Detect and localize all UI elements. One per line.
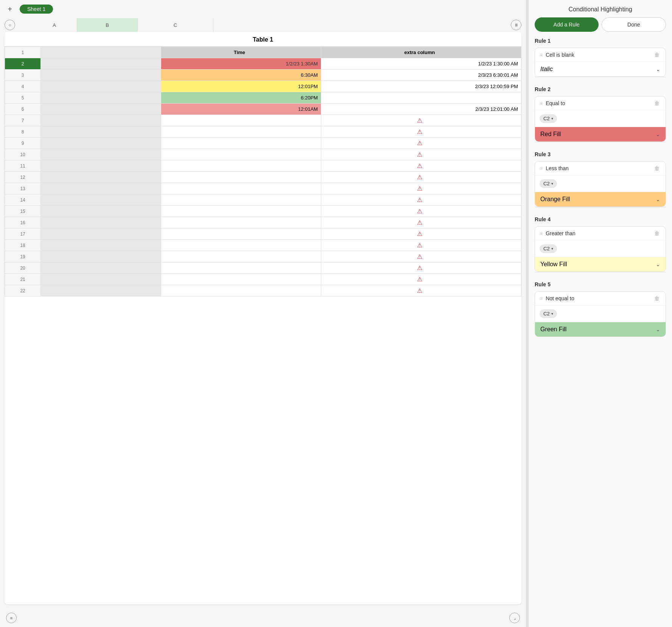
cell-a[interactable] [41, 81, 161, 92]
cell-a[interactable] [41, 160, 161, 172]
table-row[interactable]: 22⚠ [5, 285, 521, 296]
table-row[interactable]: 15⚠ [5, 206, 521, 217]
rule-delete-button-1[interactable]: 🗑 [653, 52, 661, 58]
table-row[interactable]: 36:30AM2/3/23 6:30:01 AM [5, 70, 521, 81]
table-row[interactable]: 12⚠ [5, 172, 521, 183]
done-button[interactable]: Done [602, 17, 666, 32]
cell-a[interactable] [41, 251, 161, 262]
drag-handle-icon[interactable]: ≡ [540, 52, 543, 58]
cell-c[interactable]: ⚠ [321, 115, 521, 126]
cell-b[interactable] [161, 183, 321, 194]
cell-c[interactable]: 2/3/23 6:30:01 AM [321, 70, 521, 81]
cell-b[interactable]: 12:01AM [161, 104, 321, 115]
rule-condition-input-3[interactable] [546, 165, 650, 171]
cell-a[interactable] [41, 240, 161, 251]
table-row[interactable]: 9⚠ [5, 138, 521, 149]
cell-a[interactable] [41, 104, 161, 115]
table-row[interactable]: 13⚠ [5, 183, 521, 194]
cell-a[interactable] [41, 92, 161, 104]
cell-b[interactable] [161, 240, 321, 251]
table-row[interactable]: 16⚠ [5, 217, 521, 228]
cell-c[interactable]: ⚠ [321, 228, 521, 240]
cell-b[interactable] [161, 172, 321, 183]
rule-delete-button-2[interactable]: 🗑 [653, 100, 661, 106]
cell-a[interactable] [41, 228, 161, 240]
drag-handle-icon[interactable]: ≡ [540, 295, 543, 301]
cell-c[interactable]: ⚠ [321, 285, 521, 296]
cell-a[interactable] [41, 70, 161, 81]
cell-ref-button-3[interactable]: C2▾ [540, 179, 557, 188]
bottom-right-button[interactable]: ⌟ [509, 613, 520, 623]
cell-b[interactable]: 6:30AM [161, 70, 321, 81]
rule-condition-input-1[interactable] [546, 52, 650, 58]
rule-delete-button-3[interactable]: 🗑 [653, 165, 661, 171]
cell-b[interactable]: 1/2/23 1:30AM [161, 58, 321, 70]
cell-b[interactable] [161, 206, 321, 217]
cell-b[interactable] [161, 228, 321, 240]
cell-c[interactable]: ⚠ [321, 240, 521, 251]
rule-delete-button-4[interactable]: 🗑 [653, 230, 661, 236]
rule-style-row-4[interactable]: Yellow Fill⌄ [535, 257, 666, 272]
cell-c[interactable]: ⚠ [321, 126, 521, 138]
cell-c[interactable] [321, 92, 521, 104]
table-row[interactable]: 56:20PM [5, 92, 521, 104]
table-row[interactable]: 7⚠ [5, 115, 521, 126]
cell-c[interactable]: 1/2/23 1:30:00 AM [321, 58, 521, 70]
cell-c[interactable]: ⚠ [321, 149, 521, 160]
cell-a[interactable] [41, 172, 161, 183]
cell-c[interactable]: ⚠ [321, 274, 521, 285]
cell-c[interactable]: ⚠ [321, 183, 521, 194]
cell-b[interactable] [161, 262, 321, 274]
cell-c[interactable]: ⚠ [321, 206, 521, 217]
cell-b[interactable] [161, 251, 321, 262]
table-row[interactable]: 11⚠ [5, 160, 521, 172]
cell-c[interactable]: 2/3/23 12:00:59 PM [321, 81, 521, 92]
table-row[interactable]: 18⚠ [5, 240, 521, 251]
table-row[interactable]: 20⚠ [5, 262, 521, 274]
table-row[interactable]: 21/2/23 1:30AM1/2/23 1:30:00 AM [5, 58, 521, 70]
rule-condition-input-5[interactable] [546, 295, 650, 301]
drag-handle-icon[interactable]: ≡ [540, 165, 543, 171]
cell-ref-button-4[interactable]: C2▾ [540, 244, 557, 253]
cell-a[interactable] [41, 149, 161, 160]
cell-c[interactable]: ⚠ [321, 138, 521, 149]
cell-b[interactable] [161, 285, 321, 296]
rule-style-row-5[interactable]: Green Fill⌄ [535, 322, 666, 337]
table-row[interactable]: 21⚠ [5, 274, 521, 285]
cell-a[interactable] [41, 194, 161, 206]
cell-c[interactable]: 2/3/23 12:01:00 AM [321, 104, 521, 115]
add-sheet-button[interactable]: + [5, 4, 15, 14]
table-row[interactable]: 612:01AM2/3/23 12:01:00 AM [5, 104, 521, 115]
rule-style-row-3[interactable]: Orange Fill⌄ [535, 192, 666, 206]
cell-b[interactable] [161, 149, 321, 160]
cell-a[interactable] [41, 217, 161, 228]
table-row[interactable]: 19⚠ [5, 251, 521, 262]
pause-button[interactable]: ⏸ [511, 20, 521, 30]
cell-b[interactable] [161, 194, 321, 206]
sheet-tab[interactable]: Sheet 1 [20, 5, 53, 14]
bottom-left-button[interactable]: ≡ [6, 613, 17, 623]
cell-a[interactable] [41, 262, 161, 274]
drag-handle-icon[interactable]: ≡ [540, 100, 543, 106]
cell-b[interactable]: 12:01PM [161, 81, 321, 92]
cell-ref-button-5[interactable]: C2▾ [540, 309, 557, 318]
cell-c[interactable]: ⚠ [321, 172, 521, 183]
cell-a[interactable] [41, 183, 161, 194]
cell-a[interactable] [41, 285, 161, 296]
rule-delete-button-5[interactable]: 🗑 [653, 295, 661, 301]
cell-b[interactable] [161, 138, 321, 149]
cell-a[interactable] [41, 115, 161, 126]
cell-a[interactable] [41, 138, 161, 149]
cell-c[interactable]: ⚠ [321, 251, 521, 262]
cell-a[interactable] [41, 126, 161, 138]
table-row[interactable]: 412:01PM2/3/23 12:00:59 PM [5, 81, 521, 92]
circle-left-button[interactable]: ○ [5, 20, 15, 30]
rule-condition-input-4[interactable] [546, 230, 650, 236]
table-row[interactable]: 8⚠ [5, 126, 521, 138]
rule-style-row-1[interactable]: Italic⌄ [535, 62, 666, 76]
cell-a[interactable] [41, 274, 161, 285]
cell-a[interactable] [41, 58, 161, 70]
cell-b[interactable] [161, 126, 321, 138]
drag-handle-icon[interactable]: ≡ [540, 230, 543, 236]
cell-b[interactable] [161, 115, 321, 126]
